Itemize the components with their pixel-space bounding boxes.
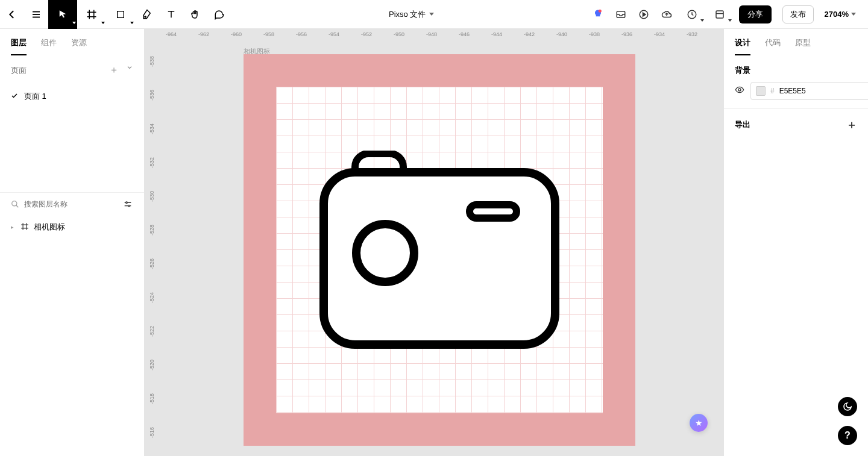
ruler-tick: -952 — [361, 31, 372, 37]
tab-prototype[interactable]: 原型 — [795, 37, 811, 55]
tab-layers[interactable]: 图层 — [11, 37, 27, 55]
ruler-tick: -932 — [687, 31, 697, 37]
filter-button[interactable] — [122, 199, 133, 210]
ruler-tick: -946 — [459, 31, 470, 37]
ruler-tick: -956 — [296, 31, 307, 37]
add-page-button[interactable]: ＋ — [109, 64, 119, 77]
pages-label: 页面 — [11, 65, 27, 76]
color-swatch[interactable] — [756, 86, 766, 96]
svg-point-22 — [126, 202, 128, 204]
frame-content — [276, 87, 603, 413]
tab-components[interactable]: 组件 — [41, 37, 57, 55]
canvas-inner: 相机图标 — [159, 43, 723, 456]
svg-line-19 — [16, 205, 19, 208]
chevron-down-icon — [851, 13, 856, 16]
svg-point-11 — [598, 9, 601, 12]
layer-item[interactable]: ▸ 相机图标 — [0, 216, 144, 239]
back-button[interactable] — [0, 0, 24, 29]
share-button[interactable]: 分享 — [739, 5, 772, 23]
comment-tool[interactable] — [207, 0, 231, 29]
page-item[interactable]: 页面 1 — [0, 85, 144, 108]
eye-icon — [735, 85, 744, 95]
ruler-tick: -938 — [589, 31, 600, 37]
export-section[interactable]: 导出 ＋ — [724, 109, 868, 140]
title-text: Pixso 文件 — [389, 9, 426, 20]
tab-code[interactable]: 代码 — [765, 37, 781, 55]
camera-icon-artwork[interactable] — [319, 151, 560, 349]
left-tabs: 图层 组件 资源 — [0, 29, 144, 55]
ruler-tick: -538 — [149, 54, 155, 69]
ruler-tick: -934 — [654, 31, 665, 37]
hex-input[interactable] — [779, 87, 868, 95]
frame-tool[interactable] — [77, 0, 106, 29]
tab-assets[interactable]: 资源 — [71, 37, 87, 55]
background-row: # 100％ — [724, 82, 868, 108]
layout-icon — [714, 9, 725, 20]
svg-point-32 — [738, 89, 741, 91]
chevron-down-icon — [126, 64, 133, 71]
document-title[interactable]: Pixso 文件 — [231, 9, 592, 20]
dark-mode-fab[interactable] — [838, 397, 857, 416]
hamburger-icon — [31, 9, 42, 20]
text-tool[interactable] — [159, 0, 183, 29]
help-fab[interactable]: ? — [838, 426, 857, 445]
export-label: 导出 — [735, 119, 750, 130]
ruler-tick: -948 — [426, 31, 437, 37]
layout-button[interactable] — [711, 8, 728, 20]
text-icon — [166, 9, 177, 20]
settings-filter-icon — [123, 199, 133, 209]
svg-marker-14 — [643, 13, 646, 16]
toolbar-left — [0, 0, 231, 28]
add-export-button[interactable]: ＋ — [846, 117, 857, 132]
ai-star-fab[interactable] — [690, 414, 708, 432]
tab-design[interactable]: 设计 — [735, 37, 750, 55]
right-tabs: 设计 代码 原型 — [724, 29, 868, 55]
ruler-tick: -526 — [149, 257, 155, 271]
ai-assistant-button[interactable] — [592, 8, 604, 20]
chevron-down-icon — [700, 19, 704, 22]
pen-tool[interactable] — [135, 0, 159, 29]
svg-rect-16 — [716, 11, 723, 18]
moon-icon — [843, 402, 852, 411]
ruler-tick: -528 — [149, 223, 155, 237]
cloud-upload-button[interactable] — [661, 8, 673, 20]
ruler-tick: -942 — [524, 31, 535, 37]
visibility-toggle[interactable] — [735, 85, 744, 97]
ruler-tick: -936 — [621, 31, 632, 37]
background-section-title: 背景 — [724, 55, 868, 82]
move-tool[interactable] — [48, 0, 77, 29]
page-name: 页面 1 — [24, 91, 46, 102]
svg-point-18 — [12, 201, 17, 206]
publish-button[interactable]: 发布 — [782, 5, 814, 23]
svg-point-23 — [128, 205, 130, 207]
inbox-button[interactable] — [615, 8, 627, 20]
ruler-tick: -532 — [149, 155, 155, 170]
search-icon — [11, 200, 19, 208]
layer-search — [0, 192, 144, 216]
search-input[interactable] — [24, 200, 118, 208]
expand-toggle[interactable]: ▸ — [11, 224, 16, 230]
ai-icon — [592, 8, 604, 20]
svg-rect-7 — [118, 11, 124, 17]
canvas[interactable]: -964-962-960-958-956-954-952-950-948-946… — [145, 29, 723, 456]
chevron-down-icon — [429, 13, 434, 16]
play-button[interactable] — [638, 8, 650, 20]
ruler-tick: -960 — [231, 31, 242, 37]
ruler-tick: -522 — [149, 324, 155, 339]
ruler-tick: -950 — [394, 31, 404, 37]
history-button[interactable] — [684, 8, 700, 20]
ruler-tick: -940 — [556, 31, 567, 37]
ruler-tick: -958 — [263, 31, 274, 37]
ruler-tick: -944 — [491, 31, 502, 37]
ruler-horizontal: -964-962-960-958-956-954-952-950-948-946… — [159, 29, 723, 43]
menu-button[interactable] — [24, 0, 48, 29]
hand-tool[interactable] — [183, 0, 207, 29]
collapse-pages-button[interactable] — [126, 64, 133, 77]
shape-tool[interactable] — [106, 0, 135, 29]
design-frame[interactable] — [244, 54, 635, 446]
zoom-value: 2704% — [825, 10, 849, 19]
hand-icon — [190, 9, 201, 20]
zoom-control[interactable]: 2704% — [825, 10, 856, 19]
ruler-tick: -524 — [149, 290, 155, 305]
frame-icon — [86, 9, 97, 20]
